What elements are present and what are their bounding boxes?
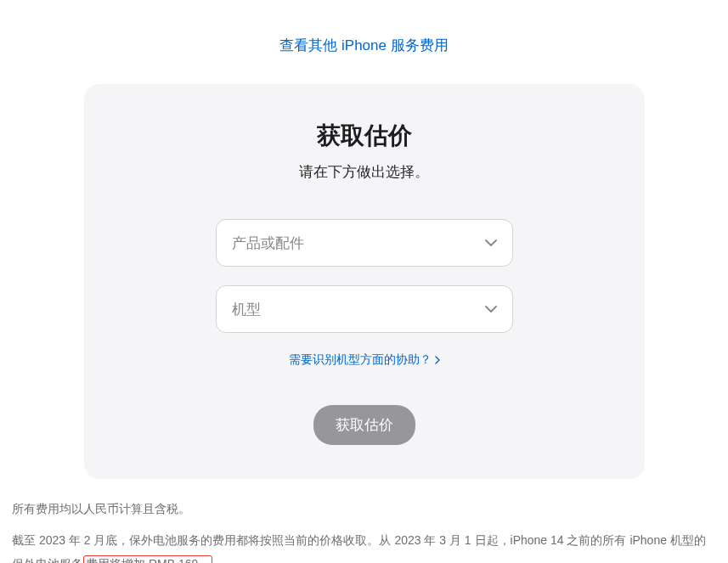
model-select-wrapper: 机型 [216,285,513,333]
chevron-down-icon [485,306,497,312]
footer-line1: 所有费用均以人民币计算且含税。 [12,499,716,518]
price-increase-highlight: 费用将增加 RMB 169。 [83,555,212,563]
model-select[interactable]: 机型 [216,285,513,333]
submit-wrap: 获取估价 [118,405,611,445]
help-link-label: 需要识别机型方面的协助？ [289,352,432,368]
footer-line2: 截至 2023 年 2 月底，保外电池服务的费用都将按照当前的价格收取。从 20… [12,528,716,563]
identify-model-help-link[interactable]: 需要识别机型方面的协助？ [289,352,440,368]
top-link-wrap: 查看其他 iPhone 服务费用 [0,0,728,84]
help-link-wrap: 需要识别机型方面的协助？ [118,352,611,368]
card-title: 获取估价 [118,120,611,152]
chevron-right-icon [435,356,440,364]
other-service-fees-link[interactable]: 查看其他 iPhone 服务费用 [279,37,448,53]
product-select[interactable]: 产品或配件 [216,219,513,267]
product-select-wrapper: 产品或配件 [216,219,513,267]
chevron-down-icon [485,239,497,246]
estimate-card: 获取估价 请在下方做出选择。 产品或配件 机型 需要识别机型方面的协助？ [84,84,645,479]
model-select-placeholder: 机型 [232,300,261,319]
product-select-placeholder: 产品或配件 [232,234,304,253]
get-estimate-button[interactable]: 获取估价 [313,405,415,445]
card-subtitle: 请在下方做出选择。 [118,162,611,182]
footer-notes: 所有费用均以人民币计算且含税。 截至 2023 年 2 月底，保外电池服务的费用… [0,479,728,563]
